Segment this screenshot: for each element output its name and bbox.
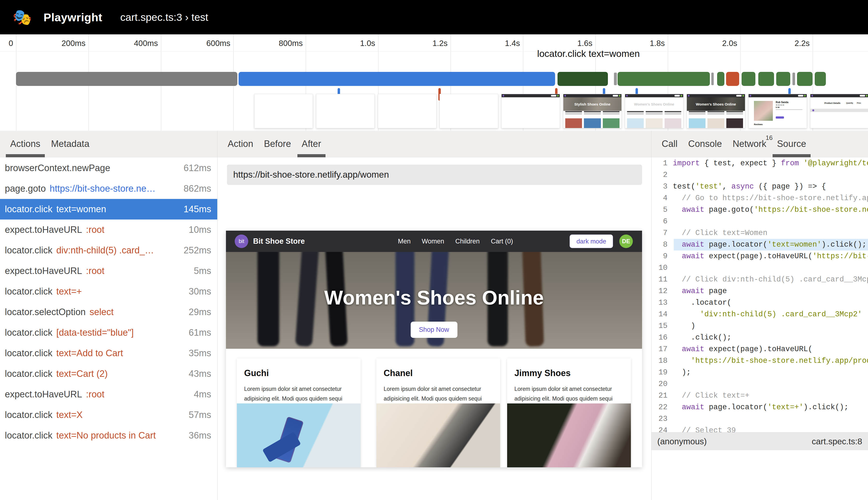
action-selector: :root [86,225,104,235]
action-selector: :root [86,266,104,276]
timeline-action-bar[interactable] [614,72,617,85]
action-row[interactable]: expect.toHaveURL:root5ms [0,261,218,281]
thumb-logo-dot [811,95,813,96]
product-card[interactable]: GuchiLorem ipsum dolor sit amet consecte… [237,359,360,467]
filmstrip-thumbnail[interactable] [254,94,313,128]
tab-after[interactable]: After [297,131,326,157]
thumb-card-image [708,118,724,128]
action-duration: 10ms [185,225,211,235]
action-row[interactable]: expect.toHaveURL:root4ms [0,384,218,405]
thumb-card-title [603,111,620,112]
tab-call[interactable]: Call [656,131,683,157]
thumb-logo-dot [749,95,751,96]
product-card[interactable]: ChanelLorem ipsum dolor sit amet consect… [376,359,500,467]
thumb-card-text [627,114,644,114]
thumb-avatar-dot [866,95,868,96]
filmstrip-thumbnail[interactable]: Rub Sanda★★★★★$ 99Reviews [748,94,807,128]
line-source: 'https://bit-shoe-store.netlify.app/prod… [673,355,868,367]
thumb-product-name: Rub Sanda [776,101,788,104]
tab-action[interactable]: Action [222,131,259,157]
action-row[interactable]: locator.clicktext=Cart (2)43ms [0,364,218,384]
filmstrip-thumbnail[interactable] [316,94,375,128]
timeline-action-bar[interactable] [711,72,714,85]
action-row[interactable]: locator.clicktext=No products in Cart36m… [0,425,218,446]
thumb-card [646,111,663,128]
tab-source[interactable]: Source [771,131,811,157]
action-duration: 61ms [185,328,211,338]
action-row[interactable]: page.gotohttps://bit-shoe-store.ne…862ms [0,178,218,199]
action-row[interactable]: locator.clicktext=women145ms [0,199,218,219]
timeline-action-bar[interactable] [617,72,710,86]
filmstrip-thumbnail[interactable]: Women's Shoes Online [625,94,683,128]
thumb-cards [625,111,683,128]
site-nav-children[interactable]: Children [455,238,480,245]
timeline-action-bar[interactable] [557,72,608,86]
source-line: 2 [652,169,868,181]
action-row[interactable]: locator.selectOptionselect29ms [0,302,218,322]
filmstrip-thumbnail[interactable]: Stylish Shoes Online [563,94,622,128]
tab-active-underline [6,154,45,157]
thumb-product-price: $ 99 [776,106,780,109]
avatar[interactable]: DE [619,235,633,248]
shop-now-button[interactable]: Shop Now [411,322,457,338]
tab-actions[interactable]: Actions [5,131,46,157]
product-title: Chanel [383,368,500,378]
filmstrip-thumbnail[interactable] [378,94,436,128]
site-logo[interactable]: bit [235,235,248,248]
timeline-action-bar[interactable] [776,72,790,86]
dark-mode-button[interactable]: dark mode [570,235,613,248]
action-selector: text=No products in Cart [56,430,156,441]
source-line: 6 [652,216,868,227]
tab-label: Metadata [51,139,89,149]
timeline-action-bar[interactable] [717,72,724,86]
thumb-card-title [584,111,601,112]
filmstrip-thumbnail[interactable]: Product DetailsQuantityPrice [810,94,868,128]
site-nav-women[interactable]: Women [422,238,444,245]
timeline[interactable]: 0200ms400ms600ms800ms1.0s1.2s1.4s1.6s1.8… [0,34,868,131]
action-row[interactable]: locator.clicktext=+30ms [0,281,218,302]
timeline-tick-label: 1.4s [462,39,520,49]
action-row[interactable]: browserContext.newPage612ms [0,158,218,178]
action-row[interactable]: locator.clicktext=X57ms [0,405,218,425]
thumb-logo-dot [564,95,566,96]
action-row[interactable]: locator.click[data-testid="blue"]61ms [0,322,218,343]
timeline-action-bar[interactable] [726,72,739,86]
timeline-action-bar[interactable] [238,72,555,86]
action-duration: 43ms [185,368,211,379]
filmstrip-thumbnail[interactable]: Women's Shoes Online [687,94,745,128]
action-duration: 36ms [185,430,211,441]
timeline-action-bar[interactable] [797,72,813,86]
timeline-action-bar[interactable] [792,72,795,85]
tab-before[interactable]: Before [259,131,297,157]
product-card[interactable]: Jimmy ShoesLorem ipsum dolor sit amet co… [507,359,631,467]
thumb-darkmode-pill [860,95,865,96]
site-nav-men[interactable]: Men [398,238,411,245]
timeline-action-bar[interactable] [742,72,755,86]
site-nav-cart[interactable]: Cart (0) [491,238,513,245]
source-code[interactable]: 1import { test, expect } from '@playwrig… [652,158,868,432]
source-panel: CallConsoleNetwork16Source 1import { tes… [652,131,868,500]
filmstrip-thumbnail[interactable] [501,94,560,128]
action-name: expect.toHaveURL [5,266,82,276]
site-brand[interactable]: Bit Shoe Store [253,237,305,246]
action-row[interactable]: expect.toHaveURL:root10ms [0,219,218,240]
timeline-action-bar[interactable] [815,72,826,86]
action-selector: :root [86,389,104,400]
action-duration: 5ms [190,266,211,276]
timeline-action-bar[interactable] [758,72,774,86]
thumb-avatar-dot [742,95,744,96]
tab-network[interactable]: Network16 [727,131,771,157]
action-row[interactable]: locator.clickdiv:nth-child(5) .card_…252… [0,240,218,261]
timeline-tick-label: 800ms [245,39,303,49]
tab-metadata[interactable]: Metadata [46,131,95,157]
thumb-card-title [646,111,663,112]
tab-console[interactable]: Console [683,131,727,157]
stack-trace-bar[interactable]: (anonymous) cart.spec.ts:8 [652,432,868,450]
filmstrip-thumbnail[interactable] [439,94,498,128]
action-row[interactable]: locator.clicktext=Add to Cart35ms [0,343,218,364]
line-number: 6 [652,216,673,227]
page-snapshot[interactable]: bit Bit Shoe Store MenWomenChildrenCart … [226,231,642,467]
line-source: .locator( [673,297,731,309]
thumb-hero: Women's Shoes Online [687,97,745,111]
timeline-action-bar[interactable] [16,72,237,86]
